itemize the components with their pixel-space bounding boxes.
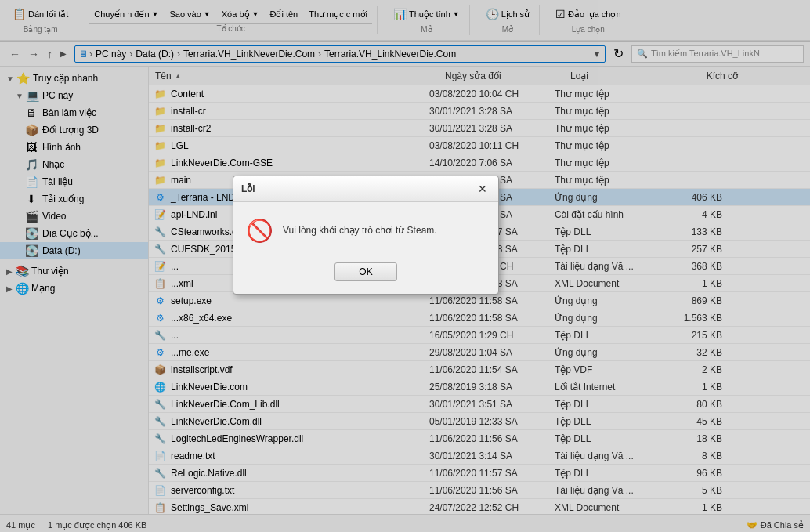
error-dialog: Lỗi ✕ 🚫 Vui lòng khởi chạy trò chơi từ S… [233,176,499,295]
dialog-body: 🚫 Vui lòng khởi chạy trò chơi từ Steam. [233,202,498,256]
dialog-close-button[interactable]: ✕ [475,181,490,197]
dialog-footer: OK [233,256,498,294]
dialog-overlay: Lỗi ✕ 🚫 Vui lòng khởi chạy trò chơi từ S… [0,0,810,532]
dialog-titlebar: Lỗi ✕ [233,176,498,202]
error-icon: 🚫 [246,218,273,244]
ok-button[interactable]: OK [334,262,397,281]
dialog-message: Vui lòng khởi chạy trò chơi từ Steam. [283,225,486,236]
dialog-title: Lỗi [241,183,255,194]
